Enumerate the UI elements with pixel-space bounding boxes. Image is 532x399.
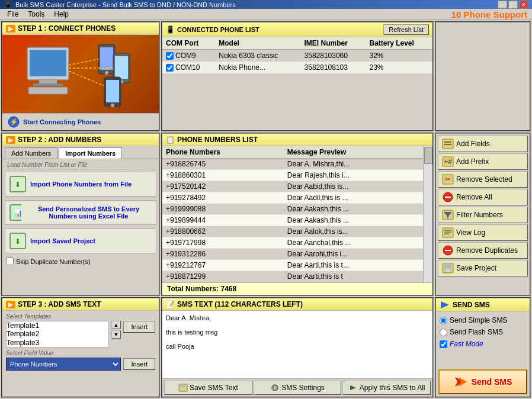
send-sms-header: SEND SMS <box>436 298 530 312</box>
svg-rect-2 <box>39 80 57 83</box>
import-file-btn[interactable]: ⬇ Import Phone Numbers from File <box>5 172 156 197</box>
remove-duplicates-btn[interactable]: Remove Duplicates <box>438 242 528 259</box>
insert-field-btn[interactable]: Insert <box>123 358 155 370</box>
import-project-btn[interactable]: ⬇ Import Saved Project <box>5 229 156 253</box>
minimize-btn[interactable]: ─ <box>498 1 507 9</box>
step3-label: STEP 3 : ADD SMS TEXT <box>18 300 101 308</box>
send-sms-icon <box>454 375 468 388</box>
sms-footer: Save SMS Text ⚙ SMS Settings Apply this … <box>162 378 432 397</box>
sms-textarea[interactable]: Dear A. Mishra, this is testing msg call… <box>162 311 432 370</box>
view-log-label: View Log <box>456 229 485 237</box>
fast-mode-checkbox[interactable] <box>440 340 447 348</box>
step1-header: ▶ STEP 1 : CONNECT PHONES <box>2 22 159 35</box>
template-opt1[interactable]: Template1 <box>7 321 108 330</box>
svg-point-7 <box>105 71 108 75</box>
refresh-list-btn[interactable]: Refresh List <box>383 24 429 35</box>
sms-text-label: SMS TEXT (112 CHARACTERS LEFT) <box>177 300 303 308</box>
import-file-icon: ⬇ <box>9 175 27 193</box>
remove-selected-label: Remove Selected <box>456 175 512 184</box>
menu-help[interactable]: Help <box>49 9 73 20</box>
table-row: +919278492Dear Aadil,this is ... <box>162 192 423 204</box>
insert-template-btn[interactable]: Insert <box>123 321 155 333</box>
phone-list-content: Phone Numbers Message Preview +918826745… <box>162 146 432 282</box>
svg-marker-50 <box>441 301 449 308</box>
cell-phone: +919212767 <box>162 260 284 271</box>
sms-body: Dear A. Mishra, this is testing msg call… <box>162 311 432 378</box>
top-right-empty <box>435 21 531 131</box>
template-up-btn[interactable]: ▲ <box>111 321 121 329</box>
cell-phone: +918800662 <box>162 226 284 237</box>
flash-sms-radio[interactable] <box>440 329 447 336</box>
send-sms-btn[interactable]: Send SMS <box>438 369 527 394</box>
sms-icon: 📝 <box>166 300 175 308</box>
skip-dup-checkbox[interactable] <box>6 258 14 265</box>
simple-sms-radio[interactable] <box>440 317 447 324</box>
template-opt3[interactable]: Template3 <box>7 339 108 347</box>
save-project-label: Save Project <box>456 264 496 272</box>
add-fields-btn[interactable]: Add Fields <box>438 136 528 152</box>
filter-numbers-btn[interactable]: Filter Numbers <box>438 207 528 223</box>
step3-header: ▶ STEP 3 : ADD SMS TEXT <box>2 298 159 311</box>
cell-phone: +918871299 <box>162 271 284 282</box>
import-project-label: Import Saved Project <box>30 237 95 244</box>
com9-checkbox[interactable] <box>166 52 174 60</box>
start-connecting-btn[interactable]: ⚡ Start Connecting Phones <box>2 113 159 130</box>
com10-checkbox[interactable] <box>166 64 174 72</box>
col-imei: IMEI Number <box>301 37 366 50</box>
remove-selected-btn[interactable]: ✂ Remove Selected <box>438 171 528 188</box>
cell-preview: Dear Aarti,this is t... <box>284 260 423 271</box>
excel-btn[interactable]: 📊 Send Personalized SMS to Every Numbers… <box>5 200 156 225</box>
menu-file[interactable]: File <box>2 9 23 20</box>
import-project-icon: ⬇ <box>9 232 27 250</box>
scrollbar[interactable] <box>423 146 432 282</box>
col-com: COM Port <box>162 37 215 50</box>
svg-rect-6 <box>100 47 113 70</box>
phone-list-panel: 📋 PHONE NUMBERS LIST Phone Numbers Messa… <box>161 133 434 296</box>
remove-duplicates-label: Remove Duplicates <box>456 246 518 255</box>
save-project-btn[interactable]: Save Project <box>438 260 528 276</box>
col-model: Model <box>215 37 300 50</box>
svg-rect-25 <box>443 139 453 149</box>
maximize-btn[interactable]: □ <box>508 1 518 9</box>
menu-tools[interactable]: Tools <box>23 9 49 20</box>
svg-rect-12 <box>106 80 119 102</box>
cell-imei: 35828108103 <box>301 62 366 73</box>
title-bar-left: 📱 Bulk SMS Caster Enterprise - Send Bulk… <box>4 1 236 9</box>
svg-rect-46 <box>180 384 185 387</box>
save-sms-btn[interactable]: Save SMS Text <box>164 381 252 395</box>
add-prefix-btn[interactable]: +# Add Prefix <box>438 153 528 170</box>
template-row: Template1 Template2 Template3 ▲ ▼ Insert <box>6 321 155 347</box>
cell-preview: Dear Aakash,this ... <box>284 204 423 215</box>
cp-label: CONNECTED PHONE LIST <box>177 26 259 33</box>
save-icon <box>442 263 454 273</box>
close-btn[interactable]: ✕ <box>519 1 528 9</box>
remove-all-label: Remove All <box>456 193 492 201</box>
field-select[interactable]: Phone Numbers <box>6 358 121 371</box>
step3-body: Select Templates Template1 Template2 Tem… <box>2 311 159 397</box>
template-down-btn[interactable]: ▼ <box>111 330 121 339</box>
template-select[interactable]: Template1 Template2 Template3 <box>6 321 109 347</box>
filter-numbers-label: Filter Numbers <box>456 211 503 219</box>
send-sms-panel: SEND SMS Send Simple SMS Send Flash SMS … <box>435 297 531 398</box>
remove-all-btn[interactable]: Remove All <box>438 189 528 205</box>
step1-label: STEP 1 : CONNECT PHONES <box>18 24 116 33</box>
template-opt2[interactable]: Template2 <box>7 330 108 338</box>
svg-text:+#: +# <box>444 157 452 166</box>
tab-import-numbers[interactable]: Import Numbers <box>59 147 122 159</box>
table-row: COM10 Nokia Phone... 35828108103 23% <box>162 62 432 73</box>
cell-battery: 32% <box>366 50 433 62</box>
simple-sms-row: Send Simple SMS <box>440 314 526 326</box>
select-field-label: Select Field Value <box>6 350 155 356</box>
flash-sms-label: Send Flash SMS <box>450 328 503 336</box>
sms-settings-btn[interactable]: ⚙ SMS Settings <box>254 381 342 395</box>
add-prefix-label: Add Prefix <box>456 157 489 166</box>
scrollbar-thumb[interactable] <box>424 147 432 164</box>
phone-list-label: PHONE NUMBERS LIST <box>177 136 258 144</box>
tab-add-numbers[interactable]: Add Numbers <box>5 147 57 159</box>
table-row: +918800662Dear Aalok,this is... <box>162 226 423 237</box>
phone-numbers-table: Phone Numbers Message Preview +918826745… <box>162 146 423 282</box>
view-log-btn[interactable]: View Log <box>438 224 528 241</box>
apply-all-btn[interactable]: Apply this SMS to All <box>342 381 431 395</box>
fields-icon <box>442 139 454 149</box>
title-bar: 📱 Bulk SMS Caster Enterprise - Send Bulk… <box>0 0 532 9</box>
